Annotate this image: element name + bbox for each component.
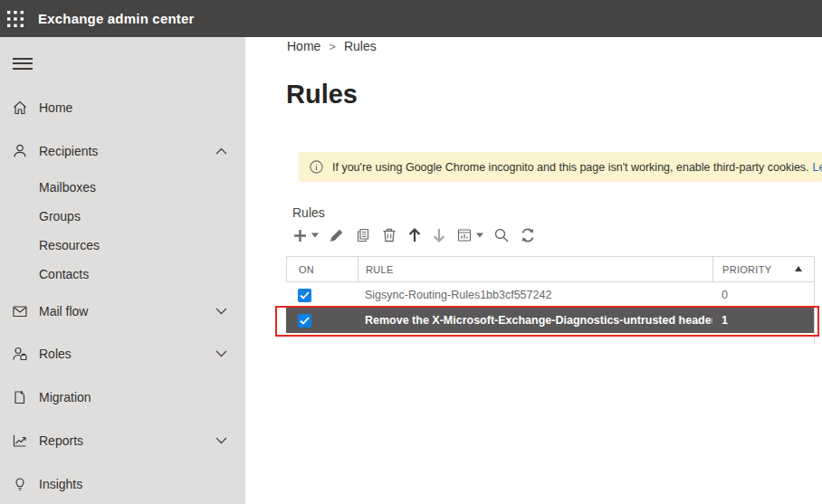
move-up-button[interactable] xyxy=(406,226,423,244)
table-row[interactable]: Sigsync-Routing-Rules1bb3cf557242 0 xyxy=(286,282,814,308)
arrow-down-icon xyxy=(432,227,446,243)
sidebar-item-home[interactable]: Home xyxy=(0,90,245,126)
rule-enabled-checkbox[interactable] xyxy=(298,314,311,328)
rule-name: Sigsync-Routing-Rules1bb3cf557242 xyxy=(358,289,712,301)
copy-icon xyxy=(355,227,371,243)
rule-details-button[interactable] xyxy=(455,226,484,244)
sidebar-item-label: Migration xyxy=(39,390,91,404)
page-title: Rules xyxy=(286,80,358,109)
chevron-down-icon[interactable] xyxy=(215,350,227,357)
sidebar-item-reports[interactable]: Reports xyxy=(0,423,245,459)
rules-table: ON RULE PRIORITY Sigsync-Routing-Rules1b… xyxy=(286,256,815,344)
rule-priority: 1 xyxy=(712,314,814,327)
breadcrumb-separator: > xyxy=(329,40,336,53)
sidebar-item-label: Mail flow xyxy=(39,304,88,319)
chevron-down-icon[interactable] xyxy=(215,437,227,444)
rules-section-label: Rules xyxy=(292,205,325,220)
refresh-icon xyxy=(520,227,536,243)
person-briefcase-icon xyxy=(11,346,29,362)
document-arrow-icon xyxy=(11,389,29,405)
learn-more-link[interactable]: Learn more xyxy=(813,161,822,174)
main-content: Home > Rules Rules If you're using Googl… xyxy=(245,37,822,504)
search-icon xyxy=(493,227,510,243)
sidebar-item-insights[interactable]: Insights xyxy=(0,466,245,502)
info-icon xyxy=(310,160,323,174)
sidebar-item-label: Resources xyxy=(39,238,100,252)
sidebar-item-roles[interactable]: Roles xyxy=(0,336,245,372)
add-rule-button[interactable] xyxy=(292,227,320,244)
envelope-icon xyxy=(11,303,29,319)
rule-enabled-checkbox[interactable] xyxy=(298,289,311,302)
report-panel-icon xyxy=(456,227,473,243)
column-header-rule[interactable]: RULE xyxy=(358,257,713,281)
sidebar-item-label: Reports xyxy=(39,433,83,448)
sidebar: Home Recipients Mailboxes Groups Resourc… xyxy=(0,37,245,504)
sort-ascending-icon xyxy=(795,266,802,271)
sidebar-item-label: Groups xyxy=(39,209,81,223)
table-header-row: ON RULE PRIORITY xyxy=(286,257,814,282)
sidebar-item-resources[interactable]: Resources xyxy=(0,231,245,260)
pencil-icon xyxy=(329,227,345,243)
sidebar-item-recipients[interactable]: Recipients xyxy=(0,133,245,169)
breadcrumb-home-link[interactable]: Home xyxy=(287,39,320,53)
sidebar-item-label: Contacts xyxy=(39,267,89,281)
sidebar-item-label: Home xyxy=(39,100,72,115)
refresh-button[interactable] xyxy=(519,226,537,244)
cookies-info-banner: If you're using Google Chrome incognito … xyxy=(299,152,822,182)
plus-icon xyxy=(292,228,308,243)
copy-rule-button[interactable] xyxy=(354,226,372,244)
rule-name: Remove the X-Microsoft-Exchange-Diagnost… xyxy=(358,314,712,327)
breadcrumb-current: Rules xyxy=(344,39,377,53)
chevron-down-icon[interactable] xyxy=(215,308,227,315)
chevron-up-icon[interactable] xyxy=(215,147,227,155)
hamburger-menu-icon[interactable] xyxy=(13,52,49,75)
table-row-selected[interactable]: Remove the X-Microsoft-Exchange-Diagnost… xyxy=(286,308,814,333)
home-icon xyxy=(11,100,29,116)
banner-text: If you're using Google Chrome incognito … xyxy=(332,161,809,174)
sidebar-item-migration[interactable]: Migration xyxy=(0,379,245,415)
person-icon xyxy=(11,143,29,159)
app-launcher-icon[interactable] xyxy=(0,0,31,37)
arrow-up-icon xyxy=(407,227,422,243)
sidebar-item-groups[interactable]: Groups xyxy=(0,202,245,231)
chevron-down-icon xyxy=(311,233,319,238)
sidebar-item-label: Recipients xyxy=(39,144,98,158)
rules-toolbar xyxy=(292,224,537,246)
rule-priority: 0 xyxy=(712,289,814,301)
sidebar-item-mail-flow[interactable]: Mail flow xyxy=(0,293,245,329)
sidebar-item-label: Mailboxes xyxy=(39,180,96,195)
sidebar-item-label: Roles xyxy=(39,347,72,361)
lightbulb-icon xyxy=(11,476,29,492)
delete-rule-button[interactable] xyxy=(380,226,398,244)
breadcrumb: Home > Rules xyxy=(287,39,377,53)
column-header-on[interactable]: ON xyxy=(287,257,358,281)
chevron-down-icon xyxy=(476,233,483,238)
search-button[interactable] xyxy=(492,226,511,244)
checkmark-icon xyxy=(300,291,310,300)
sidebar-item-label: Insights xyxy=(39,477,82,491)
app-title: Exchange admin center xyxy=(38,11,195,26)
column-header-priority[interactable]: PRIORITY xyxy=(713,257,814,281)
move-down-button[interactable] xyxy=(431,226,447,244)
edit-rule-button[interactable] xyxy=(328,226,346,244)
sidebar-item-contacts[interactable]: Contacts xyxy=(0,260,245,289)
trash-icon xyxy=(381,227,397,243)
sidebar-item-mailboxes[interactable]: Mailboxes xyxy=(0,173,245,202)
checkmark-icon xyxy=(300,317,310,325)
line-chart-icon xyxy=(11,433,29,449)
top-bar: Exchange admin center xyxy=(0,0,822,37)
